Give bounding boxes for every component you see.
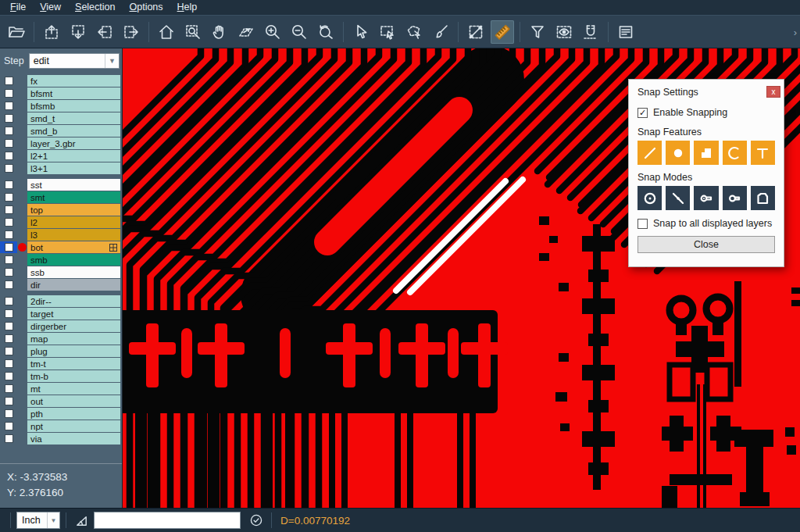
snap-pad-button[interactable] xyxy=(666,141,690,165)
open-folder-button[interactable] xyxy=(5,20,28,44)
select-polygon-button[interactable] xyxy=(402,20,426,44)
menu-item-selection[interactable]: Selection xyxy=(68,1,122,14)
layer-name-npt[interactable]: npt xyxy=(27,420,120,432)
layer-name-l2+1[interactable]: l2+1 xyxy=(27,150,120,162)
layers-form-button[interactable] xyxy=(614,20,638,44)
layer-name-dir[interactable]: dir xyxy=(27,279,120,291)
layer-visibility-checkbox[interactable] xyxy=(0,229,17,241)
zoom-out-button[interactable] xyxy=(288,20,311,44)
zoom-dynamic-button[interactable] xyxy=(234,20,258,44)
step-combo[interactable]: edit ▼ xyxy=(29,53,120,69)
toolbar-overflow-chevron[interactable]: › xyxy=(794,27,797,38)
layer-name-map[interactable]: map xyxy=(27,333,120,345)
layer-name-bot[interactable]: bot xyxy=(27,241,120,253)
angle-measure-icon[interactable] xyxy=(72,513,91,528)
layer-name-tm-t[interactable]: tm-t xyxy=(27,358,120,370)
layer-visibility-checkbox[interactable] xyxy=(0,408,17,420)
pan-hand-button[interactable] xyxy=(208,20,231,44)
layer-visibility-checkbox[interactable] xyxy=(0,191,17,203)
show-eye-button[interactable] xyxy=(552,20,576,44)
grid-icon[interactable] xyxy=(109,244,117,252)
snap-center-button[interactable] xyxy=(638,186,662,210)
snap-line-button[interactable] xyxy=(638,141,662,165)
home-button[interactable] xyxy=(155,20,178,44)
layer-visibility-checkbox[interactable] xyxy=(0,254,17,266)
layer-visibility-checkbox[interactable] xyxy=(0,308,17,320)
zoom-previous-button[interactable] xyxy=(314,20,338,44)
layer-name-bfsmb[interactable]: bfsmb xyxy=(27,100,120,112)
pan-left-button[interactable] xyxy=(93,20,116,44)
dialog-close-button[interactable]: Close xyxy=(638,236,775,253)
layer-visibility-checkbox[interactable] xyxy=(0,179,17,191)
layer-visibility-checkbox[interactable] xyxy=(0,345,17,357)
layer-name-l3[interactable]: l3 xyxy=(27,229,120,241)
layer-visibility-checkbox[interactable] xyxy=(0,320,17,332)
layer-name-bfsmt[interactable]: bfsmt xyxy=(27,87,120,99)
enable-snapping-checkbox[interactable]: ✓ xyxy=(638,108,648,118)
layer-visibility-checkbox[interactable] xyxy=(0,87,17,99)
layer-visibility-checkbox[interactable] xyxy=(0,433,17,445)
layer-name-l3+1[interactable]: l3+1 xyxy=(27,162,120,174)
zoom-in-button[interactable] xyxy=(261,20,284,44)
layer-visibility-checkbox[interactable] xyxy=(0,279,17,291)
pan-down-button[interactable] xyxy=(66,20,90,44)
measure-line-button[interactable] xyxy=(464,20,488,44)
menu-item-options[interactable]: Options xyxy=(122,1,170,14)
layer-visibility-checkbox[interactable] xyxy=(0,395,17,407)
layer-name-dirgerber[interactable]: dirgerber xyxy=(27,320,120,332)
layer-visibility-checkbox[interactable] xyxy=(0,216,17,228)
zoom-window-button[interactable] xyxy=(181,20,205,44)
snap-magnet-button[interactable] xyxy=(579,20,602,44)
snap-pad-entry-button[interactable] xyxy=(694,186,718,210)
layer-visibility-checkbox[interactable] xyxy=(0,137,17,149)
ruler-button[interactable] xyxy=(491,20,514,44)
layer-visibility-checkbox[interactable] xyxy=(0,266,17,278)
select-rect-button[interactable] xyxy=(376,20,399,44)
snap-entry-open-button[interactable] xyxy=(723,186,747,210)
layer-visibility-checkbox[interactable] xyxy=(0,125,17,137)
layer-name-smb[interactable]: smb xyxy=(27,254,120,266)
pan-right-button[interactable] xyxy=(120,20,143,44)
layer-name-fx[interactable]: fx xyxy=(27,75,120,87)
layer-name-l2[interactable]: l2 xyxy=(27,216,120,228)
layer-visibility-checkbox[interactable] xyxy=(0,204,17,216)
menu-item-file[interactable]: File xyxy=(3,1,33,14)
layer-name-sst[interactable]: sst xyxy=(27,179,120,191)
layer-visibility-checkbox[interactable] xyxy=(0,420,17,432)
menu-item-help[interactable]: Help xyxy=(170,1,205,14)
layer-name-out[interactable]: out xyxy=(27,395,120,407)
close-icon[interactable]: x xyxy=(766,86,780,98)
layer-name-ssb[interactable]: ssb xyxy=(27,266,120,278)
snap-surface-button[interactable] xyxy=(694,141,718,165)
layer-name-pth[interactable]: pth xyxy=(27,408,120,420)
layer-name-2dir--[interactable]: 2dir-- xyxy=(27,295,120,307)
layer-name-mt[interactable]: mt xyxy=(27,383,120,395)
layer-visibility-checkbox[interactable] xyxy=(0,358,17,370)
layer-name-smd_b[interactable]: smd_b xyxy=(27,125,120,137)
snap-point-on-line-button[interactable] xyxy=(666,186,690,210)
layer-visibility-checkbox[interactable] xyxy=(0,241,17,253)
layer-name-top[interactable]: top xyxy=(27,204,120,216)
layer-visibility-checkbox[interactable] xyxy=(0,370,17,382)
menu-item-view[interactable]: View xyxy=(33,1,68,14)
snap-all-layers-checkbox[interactable] xyxy=(638,219,648,229)
pan-up-button[interactable] xyxy=(40,20,63,44)
measure-input[interactable] xyxy=(94,512,241,529)
snap-contour-button[interactable] xyxy=(751,186,775,210)
layer-name-smd_t[interactable]: smd_t xyxy=(27,112,120,124)
layer-name-layer_3.gbr[interactable]: layer_3.gbr xyxy=(27,137,120,149)
layer-name-plug[interactable]: plug xyxy=(27,345,120,357)
brush-button[interactable] xyxy=(429,20,452,44)
layer-name-via[interactable]: via xyxy=(27,433,120,445)
unit-combo[interactable]: Inch ▼ xyxy=(16,512,60,529)
snap-text-button[interactable] xyxy=(751,141,775,165)
filter-button[interactable] xyxy=(526,20,549,44)
select-arrow-button[interactable] xyxy=(349,20,373,44)
layer-name-target[interactable]: target xyxy=(27,308,120,320)
layer-visibility-checkbox[interactable] xyxy=(0,100,17,112)
layer-name-tm-b[interactable]: tm-b xyxy=(27,370,120,382)
layer-visibility-checkbox[interactable] xyxy=(0,150,17,162)
layer-visibility-checkbox[interactable] xyxy=(0,162,17,174)
apply-check-icon[interactable] xyxy=(247,513,266,527)
layer-visibility-checkbox[interactable] xyxy=(0,333,17,345)
